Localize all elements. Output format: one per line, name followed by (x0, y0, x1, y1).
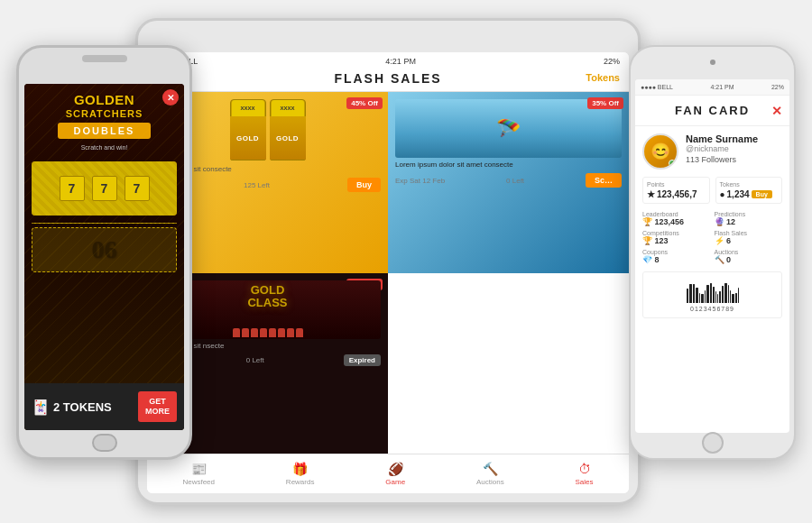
game-icon: 🏈 (388, 462, 403, 476)
scratch-ticket-area[interactable]: 7 7 7 (32, 161, 177, 216)
phone-left-notch (82, 55, 127, 62)
beer-can-top-2: XXXX (272, 100, 304, 116)
leaderboard-label: Leaderboard (642, 211, 711, 217)
token-icon: 🃏 (32, 399, 50, 416)
barcode-bar (706, 285, 709, 303)
fancard-header: FAN CARD ✕ (635, 96, 789, 126)
tokens-stat-box: Tokens ● 1,234 Buy (715, 177, 783, 204)
tablet-content-area: 45% Off XXXX GOLD XXXX GOLD (147, 92, 629, 454)
tablet-tokens-button[interactable]: Tokens (586, 72, 620, 83)
tablet-status-bar: ●●●● BELL 4:21 PM 22% (147, 52, 629, 70)
tablet-status-right: 22% (604, 57, 620, 66)
tablet-status-time: 4:21 PM (385, 57, 416, 66)
sky-card-footer: Exp Sat 12 Feb 0 Left Sc… (395, 173, 622, 188)
beer-can-1: XXXX GOLD (230, 99, 266, 161)
barcode-bar (730, 290, 731, 303)
rewards-icon: 🎁 (292, 462, 308, 476)
auctions-stat: Auctions 🔨 0 (715, 249, 783, 264)
beer-buy-button[interactable]: Buy (347, 178, 381, 192)
tablet-page-title: FLASH SALES (334, 71, 441, 86)
phone-left-device: ✕ GOLDEN SCRATCHERS DOUBLES Scratch and … (16, 45, 192, 460)
barcode-area: 0123456789 (642, 271, 782, 318)
tokens-stat-icon: ● (720, 189, 725, 199)
tab-auctions-label: Auctions (476, 478, 504, 486)
leaderboard-value: 🏆 123,456 (642, 217, 711, 226)
phone-right-device: ●●●● BELL 4:21 PM 22% FAN CARD ✕ 😊 Name … (629, 45, 796, 460)
fancard-name: Name Surname (686, 133, 782, 144)
scratch-num-1: 7 (60, 176, 85, 201)
auctions-icon: 🔨 (483, 462, 498, 476)
tablet-device: ●●●● BELL 4:21 PM 22% FLASH SALES Tokens… (135, 18, 641, 505)
phone-left-home-button[interactable] (92, 434, 117, 452)
beer-can-2: XXXX GOLD (270, 99, 306, 161)
points-label: Points (647, 181, 706, 188)
flash-card-sky[interactable]: 35% Off 🪂 Lorem ipsum dolor sit amet con… (388, 92, 629, 273)
sky-discount-badge: 35% Off (587, 97, 623, 109)
fancard-body: 😊 Name Surname @nickname 113 Followers P… (635, 126, 789, 326)
sales-icon: ⏱ (578, 462, 591, 476)
phone-right-camera (710, 60, 715, 65)
cinema-count: 0 Left (246, 356, 264, 364)
close-button[interactable]: ✕ (162, 89, 179, 106)
barcode-bar (699, 293, 700, 303)
fancard-sub-stats: Leaderboard 🏆 123,456 Predictions 🔮 12 C… (642, 211, 782, 264)
beer-label-gold-2: GOLD (276, 134, 299, 142)
tab-newsfeed[interactable]: 📰 Newsfeed (182, 462, 215, 486)
sky-action-button[interactable]: Sc… (586, 173, 622, 188)
barcode-bar (715, 291, 716, 303)
tab-rewards[interactable]: 🎁 Rewards (286, 462, 315, 486)
tab-game[interactable]: 🏈 Game (385, 462, 405, 486)
beer-count: 125 Left (244, 181, 270, 189)
tokens-stat-value: ● 1,234 Buy (720, 189, 779, 199)
tab-auctions[interactable]: 🔨 Auctions (476, 462, 504, 486)
points-icon: ★ (647, 189, 655, 199)
predictions-stat: Predictions 🔮 12 (715, 211, 783, 226)
flash-sales-stat: Flash Sales ⚡ 6 (715, 230, 783, 245)
get-more-button[interactable]: GETMORE (138, 391, 177, 422)
phone-right-home-button[interactable] (702, 432, 724, 454)
online-indicator (669, 160, 676, 167)
fancard-avatar: 😊 (642, 133, 678, 170)
seat (269, 328, 276, 337)
barcode-bar (705, 290, 706, 303)
tokens-buy-button[interactable]: Buy (752, 190, 772, 198)
scratcher-footer: 🃏 2 TOKENS GETMORE (24, 383, 184, 430)
tokens-display: 🃏 2 TOKENS (32, 399, 131, 416)
avatar-emoji: 😊 (651, 142, 670, 161)
sky-count: 0 Left (506, 177, 524, 185)
beer-label-top: XXXX (240, 106, 254, 111)
beer-can-body: GOLD (230, 116, 266, 160)
barcode-bar (738, 288, 739, 303)
fancard-close-button[interactable]: ✕ (771, 104, 782, 118)
expired-badge: Expired (344, 354, 381, 366)
fancard-user-info: Name Surname @nickname 113 Followers (686, 133, 782, 164)
predictions-label: Predictions (715, 211, 783, 217)
auctions-value: 🔨 0 (715, 255, 783, 264)
fancard-status-right: 22% (771, 84, 784, 90)
newsfeed-icon: 📰 (191, 462, 207, 476)
beer-can-body-2: GOLD (270, 116, 306, 160)
scratch-num-3: 7 (125, 176, 150, 201)
coupons-stat: Coupons 💎 8 (642, 249, 711, 264)
seat (260, 328, 267, 337)
barcode-bar (687, 289, 688, 303)
auctions-label: Auctions (715, 249, 783, 255)
points-stat-box: Points ★ 123,456,7 (642, 177, 710, 204)
tokens-count: 2 TOKENS (53, 400, 112, 414)
seat (242, 328, 249, 337)
barcode-bar (701, 294, 704, 303)
gold-class-text: GOLDCLASS (247, 284, 287, 310)
tab-sales-label: Sales (576, 478, 594, 486)
barcode-bar (735, 293, 737, 303)
seat (278, 328, 285, 337)
tab-sales[interactable]: ⏱ Sales (576, 462, 594, 486)
fancard-status-time: 4:21 PM (710, 84, 734, 90)
tablet-tab-bar: 📰 Newsfeed 🎁 Rewards 🏈 Game 🔨 Auctions ⏱… (147, 454, 629, 493)
tab-newsfeed-label: Newsfeed (182, 478, 215, 486)
get-more-label: GETMORE (145, 397, 170, 416)
barcode-bar (713, 287, 715, 303)
tab-game-label: Game (385, 478, 405, 486)
close-icon: ✕ (167, 93, 174, 103)
competitions-label: Competitions (642, 230, 711, 236)
fancard-title: FAN CARD (675, 104, 750, 117)
